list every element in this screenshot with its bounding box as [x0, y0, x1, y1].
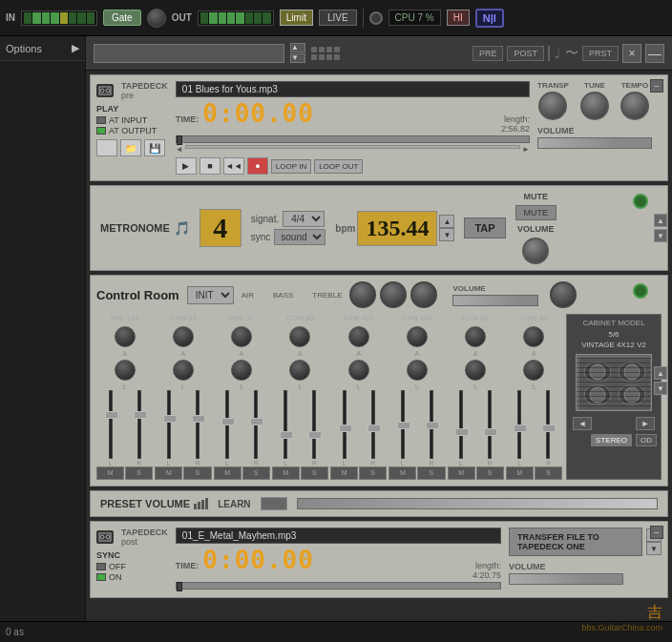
cr-scroll-down[interactable]: ▼ — [654, 382, 667, 395]
bass-knob[interactable] — [380, 281, 407, 308]
ch7-mute-button[interactable]: M — [448, 466, 475, 480]
fader-track-6[interactable] — [401, 390, 405, 459]
ch1-knob2[interactable] — [115, 360, 136, 381]
loop-out-button[interactable]: LOOP OUT — [314, 159, 363, 174]
close-button[interactable]: × — [622, 44, 641, 63]
preset-name-input[interactable]: Heavy 800 — [94, 44, 284, 63]
fader-track-1[interactable] — [109, 390, 113, 459]
bpm-down-button[interactable]: ▼ — [439, 228, 454, 241]
ch6-knob2[interactable] — [407, 360, 428, 381]
fader-track-3[interactable] — [225, 390, 229, 459]
ni-button[interactable]: N|I — [475, 9, 504, 28]
mute-button[interactable]: MUTE — [515, 205, 557, 220]
ch5-mute-button[interactable]: M — [330, 466, 358, 480]
fader-thumb-3[interactable] — [221, 418, 235, 425]
save-button[interactable]: 💾 — [144, 139, 165, 156]
post-vol-slider[interactable] — [509, 573, 623, 585]
preset-up-button[interactable]: ▲ — [290, 43, 305, 52]
fader-thumb-7r[interactable] — [484, 428, 497, 436]
play-button[interactable]: ▶ — [176, 157, 197, 175]
od-button[interactable]: OD — [636, 434, 657, 446]
fader-thumb-6r[interactable] — [426, 422, 439, 429]
ch6-solo-button[interactable]: S — [417, 466, 445, 480]
ch5-solo-button[interactable]: S — [359, 466, 387, 480]
ch5-knob[interactable] — [348, 326, 369, 347]
ch4-mute-button[interactable]: M — [272, 466, 300, 480]
fader-track-5r[interactable] — [371, 390, 375, 459]
fader-track-7r[interactable] — [488, 390, 492, 459]
tapedeck-post-progress[interactable] — [176, 582, 501, 590]
scroll-area[interactable]: − — [86, 71, 672, 642]
ch7-knob2[interactable] — [465, 360, 486, 381]
tune-knob[interactable] — [580, 92, 609, 120]
limit-button[interactable]: Limit — [280, 10, 313, 26]
ch5-knob2[interactable] — [348, 360, 369, 381]
cr-power-button[interactable] — [633, 283, 648, 299]
learn-toggle[interactable] — [261, 497, 287, 510]
ch6-mute-button[interactable]: M — [388, 466, 416, 480]
eject-button[interactable]: ⊞ — [96, 139, 117, 156]
fader-track-2r[interactable] — [196, 390, 200, 459]
cr-vol-slider[interactable] — [452, 295, 538, 306]
tap-button[interactable]: TAP — [464, 217, 505, 238]
ch2-solo-button[interactable]: S — [183, 466, 211, 480]
fader-thumb-4[interactable] — [280, 431, 293, 439]
fader-track-2[interactable] — [167, 390, 171, 459]
ch3-knob[interactable] — [231, 326, 252, 347]
ch4-knob[interactable] — [289, 326, 310, 347]
transfer-button[interactable]: TRANSFER FILE TO TAPEDECK ONE — [509, 528, 642, 556]
fader-thumb-4r[interactable] — [308, 431, 322, 439]
ch6-knob[interactable] — [407, 326, 428, 347]
tapedeck-post-collapse[interactable]: − — [650, 526, 663, 539]
cabinet-prev-button[interactable]: ◄ — [573, 417, 592, 430]
ch7-solo-button[interactable]: S — [476, 466, 504, 480]
position-indicator[interactable] — [177, 135, 182, 145]
prst-button[interactable]: PRST — [582, 46, 619, 61]
sidebar-options-item[interactable]: Options ▶ — [0, 36, 85, 61]
fader-track-5[interactable] — [343, 390, 346, 459]
folder-button[interactable]: 📁 — [120, 139, 141, 156]
ch1-knob[interactable] — [115, 326, 136, 347]
ch7-knob[interactable] — [465, 326, 486, 347]
ch4-solo-button[interactable]: S — [301, 466, 328, 480]
fader-track-7[interactable] — [459, 390, 463, 459]
fader-thumb-6[interactable] — [397, 422, 410, 429]
cabinet-next-button[interactable]: ► — [636, 417, 655, 430]
volume-slider[interactable] — [537, 137, 652, 149]
tapedeck-pre-collapse[interactable]: − — [650, 79, 663, 93]
bpm-up-button[interactable]: ▲ — [439, 215, 454, 228]
fader-track-8r[interactable] — [546, 390, 550, 459]
ch3-mute-button[interactable]: M — [214, 466, 242, 480]
air-knob[interactable] — [349, 281, 376, 308]
post-position-indicator[interactable] — [177, 582, 182, 591]
ch1-solo-button[interactable]: S — [125, 466, 153, 480]
gate-knob[interactable] — [147, 9, 166, 28]
treble-knob[interactable] — [410, 281, 437, 308]
stereo-button[interactable]: STEREO — [591, 434, 632, 446]
tempo-knob[interactable] — [620, 92, 649, 120]
scroll-up-button[interactable]: ▲ — [654, 214, 667, 227]
signat-select[interactable]: 4/4 3/4 6/8 — [283, 211, 325, 227]
ch2-knob[interactable] — [173, 326, 194, 347]
stop-button[interactable]: ■ — [200, 157, 220, 175]
ch2-mute-button[interactable]: M — [155, 466, 182, 480]
record-button[interactable]: ● — [247, 157, 268, 175]
cr-scroll-up[interactable]: ▲ — [654, 366, 667, 380]
fader-track-1r[interactable] — [137, 390, 141, 459]
ch8-solo-button[interactable]: S — [535, 466, 562, 480]
metro-power-button[interactable] — [633, 194, 648, 209]
fader-thumb-1[interactable] — [105, 411, 118, 419]
power-icon[interactable] — [369, 11, 383, 25]
loop-in-button[interactable]: LOOP IN — [271, 159, 311, 174]
transfer-down[interactable]: ▼ — [646, 542, 662, 555]
fader-track-6r[interactable] — [430, 390, 433, 459]
fader-track-4[interactable] — [284, 390, 287, 459]
fader-thumb-2[interactable] — [163, 415, 177, 423]
fader-thumb-5r[interactable] — [368, 425, 381, 432]
ch8-knob2[interactable] — [523, 360, 544, 381]
metro-volume-knob[interactable] — [522, 238, 549, 264]
cr-main-vol-knob[interactable] — [550, 281, 577, 308]
gate-button[interactable]: Gate — [103, 10, 141, 26]
fader-thumb-1r[interactable] — [134, 411, 147, 419]
ch2-knob2[interactable] — [173, 360, 194, 381]
